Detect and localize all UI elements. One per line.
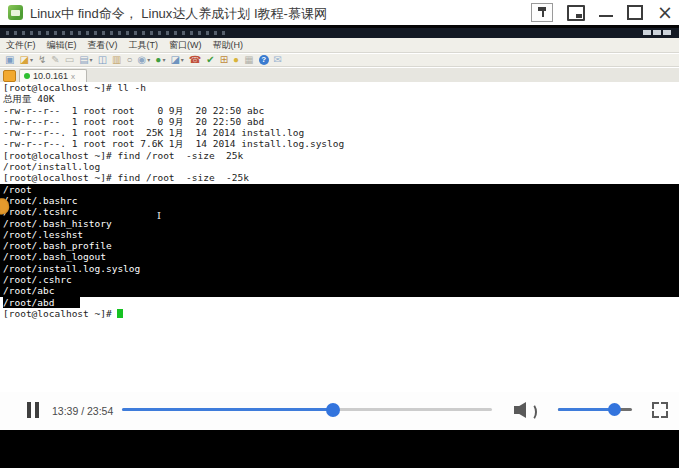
find-icon[interactable]: ○	[127, 55, 133, 65]
terminal-line: [root@localhost ~]# find /root -size 25k	[3, 150, 679, 161]
window-title: Linux中 find命令， Linux达人养成计划 I教程-慕课网	[30, 5, 327, 23]
help-icon[interactable]: ?	[259, 55, 269, 65]
chat-icon[interactable]: ✉	[274, 55, 282, 65]
fullscreen-icon[interactable]	[652, 402, 668, 418]
terminal-line: /root	[0, 184, 679, 195]
crt-window-buttons	[643, 30, 671, 35]
terminal-lines: [root@localhost ~]# ll -h总用量 40K-rw-r--r…	[3, 82, 679, 319]
pause-button[interactable]	[27, 402, 39, 418]
toolbar: ▣◪▾↯✎▭▤▾◫▥○◉▾●▾◪▾☎✔⊞●▦?✉	[0, 54, 679, 67]
volume-thumb[interactable]	[608, 403, 621, 416]
app-favicon-icon	[8, 5, 23, 20]
seek-fill	[122, 408, 333, 411]
tab-bar: 10.0.161 x	[0, 68, 679, 83]
tab-scroll-button[interactable]	[3, 70, 16, 82]
terminal-line: /root/.bash_profile	[0, 240, 679, 251]
terminal-line: /root/.bash_history	[0, 218, 679, 229]
menu-item[interactable]: 窗口(W)	[169, 39, 202, 52]
volume-fill	[558, 408, 614, 411]
session-tab-label: 10.0.161	[33, 71, 68, 81]
volume-icon[interactable]	[514, 400, 536, 420]
edit-icon[interactable]: ✎	[51, 55, 59, 65]
terminal-line: -rw-r--r-- 1 root root 0 9月 20 22:50 abc	[3, 105, 679, 116]
menu-bar: 文件(F)编辑(E)查看(V)工具(T)窗口(W)帮助(H)	[0, 38, 679, 53]
reconnect-icon[interactable]: ▭	[65, 55, 74, 65]
maximize-icon[interactable]	[627, 5, 643, 20]
new-session-icon[interactable]: ▣	[5, 55, 14, 65]
menu-item[interactable]: 文件(F)	[6, 39, 36, 52]
web-icon[interactable]: ●▾	[155, 55, 165, 65]
player-controls: 13:39 / 23:54	[0, 392, 679, 430]
cascade-icon[interactable]: ▦	[244, 55, 253, 65]
seek-bar[interactable]	[122, 408, 492, 411]
disconnect-icon[interactable]: ☎	[189, 55, 201, 65]
terminal-line: /root/abc	[0, 285, 679, 296]
terminal-line: [root@localhost ~]# find /root -size -25…	[3, 172, 679, 183]
seek-thumb[interactable]	[326, 403, 340, 417]
text-ibeam-cursor: I	[157, 210, 161, 221]
crt-titlebar	[0, 28, 679, 38]
close-icon[interactable]: ×	[657, 3, 673, 22]
pin-on-top-icon[interactable]	[531, 3, 553, 22]
terminal-line: /root/.bash_logout	[0, 251, 679, 262]
window-titlebar: Linux中 find命令， Linux达人养成计划 I教程-慕课网 ×	[0, 0, 679, 25]
time-display: 13:39 / 23:54	[52, 405, 113, 417]
minimize-icon[interactable]	[599, 15, 613, 17]
lock-icon[interactable]: ●	[233, 55, 239, 65]
connect-icon[interactable]: ↯	[38, 55, 46, 65]
session-status-icon	[24, 73, 30, 79]
terminal-line: /root/abd	[3, 297, 679, 308]
video-player-window: Linux中 find命令， Linux达人养成计划 I教程-慕课网 × 文件(…	[0, 0, 679, 468]
terminal-area[interactable]: [root@localhost ~]# ll -h总用量 40K-rw-r--r…	[0, 82, 679, 430]
terminal-line: [root@localhost ~]# ll -h	[3, 82, 679, 93]
mini-player-icon[interactable]	[567, 5, 585, 21]
terminal-line: /root/.tcshrc	[0, 206, 679, 217]
terminal-cursor	[117, 309, 123, 318]
letterbox-bottom	[0, 430, 679, 468]
terminal-line: [root@localhost ~]#	[3, 308, 679, 319]
copy-icon[interactable]: ◫	[98, 55, 107, 65]
terminal-line: /root/.cshrc	[0, 274, 679, 285]
session-tab[interactable]: 10.0.161 x	[19, 69, 87, 82]
crt-title-text-blur	[6, 31, 226, 35]
terminal-line: /root/install.log.syslog	[0, 263, 679, 274]
ok-icon[interactable]: ✔	[206, 55, 214, 65]
volume-slider[interactable]	[558, 408, 632, 411]
menu-item[interactable]: 查看(V)	[88, 39, 118, 52]
paste-icon[interactable]: ▥	[112, 55, 121, 65]
window-controls: ×	[531, 0, 673, 25]
terminal-line: /root/.lesshst	[0, 229, 679, 240]
terminal-line: /root/.bashrc	[0, 195, 679, 206]
terminal-line: 总用量 40K	[3, 93, 679, 104]
terminal-line: -rw-r--r--. 1 root root 25K 1月 14 2014 i…	[3, 127, 679, 138]
session-options-icon[interactable]: ◉▾	[138, 55, 151, 65]
terminal-line: -rw-r--r-- 1 root root 0 9月 20 22:50 abd	[3, 116, 679, 127]
menu-item[interactable]: 帮助(H)	[213, 39, 244, 52]
terminal-line: -rw-r--r--. 1 root root 7.6K 1月 14 2014 …	[3, 138, 679, 149]
transfer-icon[interactable]: ◪▾	[170, 55, 183, 65]
quick-connect-icon[interactable]: ◪▾	[19, 55, 32, 65]
terminal-line: /root/install.log	[3, 161, 679, 172]
menu-item[interactable]: 编辑(E)	[47, 39, 77, 52]
menu-item[interactable]: 工具(T)	[129, 39, 159, 52]
tab-close-icon[interactable]: x	[71, 72, 75, 81]
tile-sessions-icon[interactable]: ⊞	[220, 55, 228, 65]
print-icon[interactable]: ▤▾	[79, 55, 92, 65]
